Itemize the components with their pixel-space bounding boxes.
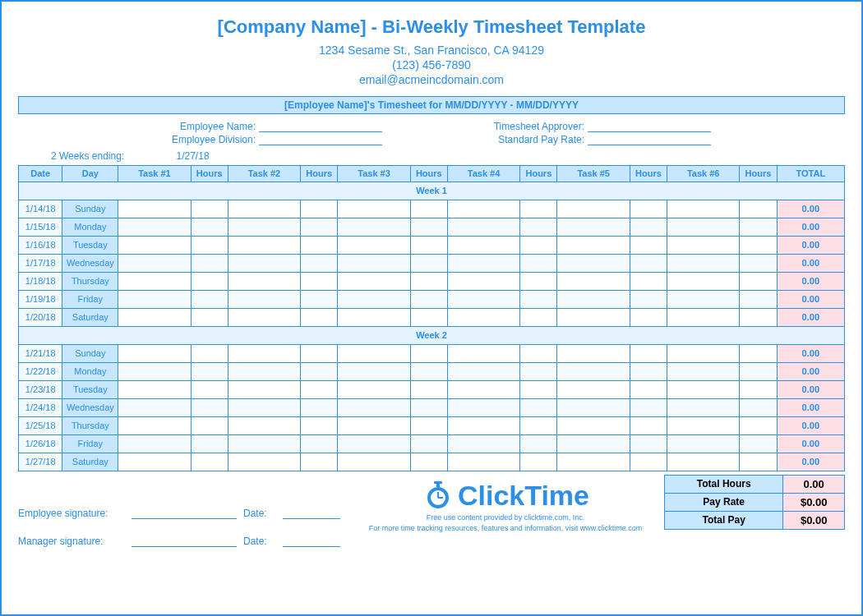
task-cell[interactable] <box>557 236 630 254</box>
hours-cell[interactable] <box>630 290 667 308</box>
hours-cell[interactable] <box>740 416 777 434</box>
hours-cell[interactable] <box>301 290 338 308</box>
task-cell[interactable] <box>557 398 630 416</box>
hours-cell[interactable] <box>740 344 777 362</box>
hours-cell[interactable] <box>520 254 557 272</box>
hours-cell[interactable] <box>191 362 228 380</box>
hours-cell[interactable] <box>301 362 338 380</box>
hours-cell[interactable] <box>410 344 447 362</box>
task-cell[interactable] <box>338 308 410 326</box>
hours-cell[interactable] <box>191 272 228 290</box>
task-cell[interactable] <box>557 200 630 218</box>
task-cell[interactable] <box>667 272 740 290</box>
hours-cell[interactable] <box>740 308 777 326</box>
manager-signature-line[interactable] <box>132 546 237 547</box>
employee-signature-line[interactable] <box>132 518 237 519</box>
hours-cell[interactable] <box>740 380 777 398</box>
task-cell[interactable] <box>557 416 630 434</box>
hours-cell[interactable] <box>630 308 667 326</box>
task-cell[interactable] <box>228 434 300 453</box>
hours-cell[interactable] <box>191 218 228 236</box>
hours-cell[interactable] <box>301 434 338 453</box>
hours-cell[interactable] <box>520 218 557 236</box>
hours-cell[interactable] <box>410 254 447 272</box>
hours-cell[interactable] <box>630 218 667 236</box>
task-cell[interactable] <box>338 290 410 308</box>
task-cell[interactable] <box>228 218 300 236</box>
task-cell[interactable] <box>228 200 300 218</box>
task-cell[interactable] <box>447 272 519 290</box>
hours-cell[interactable] <box>191 290 228 308</box>
task-cell[interactable] <box>228 398 300 416</box>
hours-cell[interactable] <box>740 236 777 254</box>
hours-cell[interactable] <box>740 272 777 290</box>
hours-cell[interactable] <box>301 272 338 290</box>
task-cell[interactable] <box>118 398 191 416</box>
task-cell[interactable] <box>338 218 410 236</box>
task-cell[interactable] <box>118 362 191 380</box>
hours-cell[interactable] <box>191 380 228 398</box>
hours-cell[interactable] <box>630 236 667 254</box>
hours-cell[interactable] <box>630 200 667 218</box>
task-cell[interactable] <box>447 200 519 218</box>
hours-cell[interactable] <box>191 254 228 272</box>
task-cell[interactable] <box>118 272 191 290</box>
task-cell[interactable] <box>228 290 300 308</box>
task-cell[interactable] <box>667 254 740 272</box>
task-cell[interactable] <box>667 453 740 471</box>
hours-cell[interactable] <box>520 434 557 453</box>
hours-cell[interactable] <box>630 272 667 290</box>
task-cell[interactable] <box>338 236 410 254</box>
task-cell[interactable] <box>338 453 410 471</box>
task-cell[interactable] <box>667 200 740 218</box>
hours-cell[interactable] <box>191 236 228 254</box>
hours-cell[interactable] <box>410 453 447 471</box>
hours-cell[interactable] <box>410 236 447 254</box>
task-cell[interactable] <box>338 416 410 434</box>
hours-cell[interactable] <box>191 398 228 416</box>
task-cell[interactable] <box>557 308 630 326</box>
task-cell[interactable] <box>667 218 740 236</box>
hours-cell[interactable] <box>410 416 447 434</box>
hours-cell[interactable] <box>630 254 667 272</box>
task-cell[interactable] <box>118 254 191 272</box>
task-cell[interactable] <box>338 398 410 416</box>
hours-cell[interactable] <box>410 398 447 416</box>
task-cell[interactable] <box>447 362 519 380</box>
manager-sign-date-line[interactable] <box>283 546 340 547</box>
task-cell[interactable] <box>118 236 191 254</box>
hours-cell[interactable] <box>630 362 667 380</box>
hours-cell[interactable] <box>740 398 777 416</box>
hours-cell[interactable] <box>740 362 777 380</box>
hours-cell[interactable] <box>410 200 447 218</box>
employee-name-field[interactable] <box>259 121 382 132</box>
hours-cell[interactable] <box>191 308 228 326</box>
task-cell[interactable] <box>667 362 740 380</box>
hours-cell[interactable] <box>191 200 228 218</box>
task-cell[interactable] <box>557 218 630 236</box>
task-cell[interactable] <box>228 344 300 362</box>
task-cell[interactable] <box>557 434 630 453</box>
task-cell[interactable] <box>447 434 519 453</box>
task-cell[interactable] <box>118 416 191 434</box>
task-cell[interactable] <box>447 290 519 308</box>
hours-cell[interactable] <box>410 380 447 398</box>
task-cell[interactable] <box>228 453 300 471</box>
hours-cell[interactable] <box>630 434 667 453</box>
task-cell[interactable] <box>667 290 740 308</box>
task-cell[interactable] <box>118 344 191 362</box>
task-cell[interactable] <box>557 453 630 471</box>
task-cell[interactable] <box>447 308 519 326</box>
task-cell[interactable] <box>667 344 740 362</box>
hours-cell[interactable] <box>301 236 338 254</box>
hours-cell[interactable] <box>520 272 557 290</box>
task-cell[interactable] <box>338 254 410 272</box>
hours-cell[interactable] <box>520 308 557 326</box>
task-cell[interactable] <box>228 380 300 398</box>
hours-cell[interactable] <box>520 362 557 380</box>
task-cell[interactable] <box>118 380 191 398</box>
hours-cell[interactable] <box>191 434 228 453</box>
hours-cell[interactable] <box>301 416 338 434</box>
hours-cell[interactable] <box>520 453 557 471</box>
task-cell[interactable] <box>228 236 300 254</box>
